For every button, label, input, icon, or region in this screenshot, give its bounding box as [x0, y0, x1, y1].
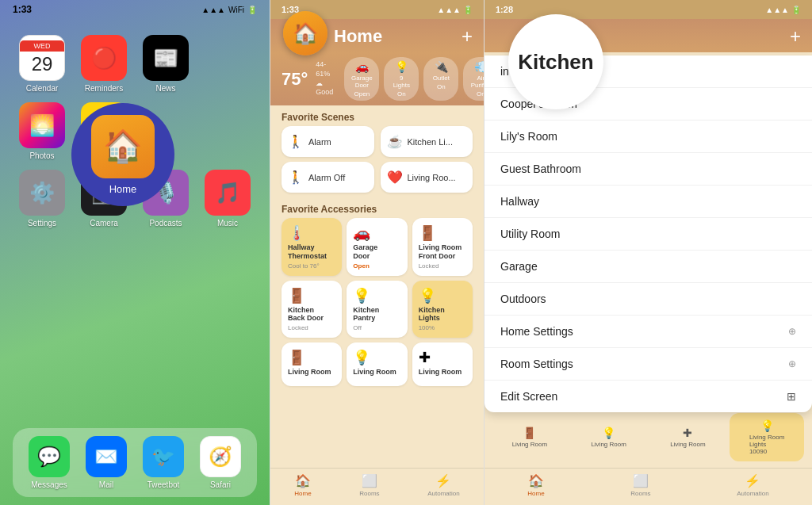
app-news[interactable]: 📰 News [140, 35, 192, 93]
tile-lr2[interactable]: 💡 Living Room [347, 342, 407, 386]
nav-home[interactable]: 🏠 Home [294, 473, 311, 497]
phone3-nav-automation-label: Automation [737, 490, 768, 497]
lilys-room-label: Lily's Room [500, 130, 557, 143]
phone3-status-bar: 1:28 ▲▲▲ 🔋 [485, 0, 812, 19]
phone2-bottom-acc: 🚪 Living Room 💡 Living Room ✚ Living Roo… [270, 338, 484, 391]
acc-chip-garage[interactable]: 🚗 Garage Door Open [344, 57, 379, 101]
bottom-lr2-icon: 💡 [602, 427, 615, 439]
tile-back-door-status: Locked [288, 324, 335, 331]
tile-back-door[interactable]: 🚪 KitchenBack Door Locked [282, 281, 342, 339]
settings-icon: ⚙️ [19, 170, 65, 216]
scene-kitchen-lights-label: Kitchen Li... [408, 137, 453, 147]
home-app-highlight[interactable]: 🏠 Home [71, 103, 174, 206]
acc-chip-outlet[interactable]: 🔌 Outlet On [423, 57, 458, 101]
acc-chip-garage-status: Open [354, 90, 370, 98]
scene-alarm[interactable]: 🚶 Alarm [282, 126, 374, 157]
phone1-status-bar: 1:33 ▲▲▲ WiFi 🔋 [0, 0, 270, 19]
bottom-lr2-label: Living Room [591, 441, 626, 448]
nav-automation[interactable]: ⚡ Automation [427, 473, 459, 497]
kitchen-room-circle[interactable]: Kitchen [508, 14, 603, 109]
news-icon: 📰 [143, 35, 189, 81]
phone3-nav-automation[interactable]: ⚡ Automation [737, 473, 768, 497]
app-settings[interactable]: ⚙️ Settings [16, 170, 68, 228]
scene-living-room-label: Living Roo... [408, 173, 456, 182]
dropdown-home-settings[interactable]: Home Settings ⊕ [485, 316, 812, 348]
bottom-lights-icon: 💡 [760, 419, 774, 432]
bottom-tile-lr2[interactable]: 💡 Living Room [572, 413, 646, 461]
tile-lr3[interactable]: ✚ Living Room [412, 342, 473, 386]
acc-chip-lights[interactable]: 💡 9 Lights On [384, 57, 419, 101]
garage-door-acc-icon: 🚗 [353, 224, 400, 242]
bottom-lr3-icon: ✚ [683, 427, 692, 439]
lr3-icon: ✚ [419, 349, 466, 366]
phone2-home-icon[interactable]: 🏠 [283, 11, 327, 55]
bottom-tile-lr1[interactable]: 🚪 Living Room [492, 413, 567, 461]
phone2-favorite-scenes-label: Favorite Scenes [270, 105, 484, 126]
scene-living-room[interactable]: ❤️ Living Roo... [381, 162, 473, 193]
app-calendar[interactable]: WED 29 Calendar [16, 35, 68, 93]
dock-tweetbot[interactable]: 🐦 Tweetbot [143, 436, 184, 489]
dropdown-edit-screen[interactable]: Edit Screen ⊞ [485, 381, 812, 412]
dropdown-hallway[interactable]: Hallway [485, 186, 812, 218]
phone1-signal-icon: ▲▲▲ [201, 6, 225, 14]
tile-kitchen-lights[interactable]: 💡 KitchenLights 100% [412, 281, 473, 339]
phone3-plus-button[interactable]: + [790, 25, 801, 48]
front-door-icon: 🚪 [419, 224, 466, 242]
phone2-battery: 🔋 [463, 6, 473, 14]
tile-thermostat[interactable]: 🌡️ HallwayThermostat Cool to 76° [282, 218, 342, 276]
tile-front-door[interactable]: 🚪 Living RoomFront Door Locked [412, 218, 473, 276]
utility-room-label: Utility Room [500, 228, 560, 240]
dropdown-room-settings[interactable]: Room Settings ⊕ [485, 348, 812, 381]
app-music[interactable]: 🎵 Music [201, 170, 254, 228]
living-room-scene-icon: ❤️ [387, 170, 403, 185]
dock-messages-label: Messages [31, 480, 67, 489]
air-purifier-icon: 💨 [474, 60, 484, 73]
phone2-bottom-nav: 🏠 Home ⬜ Rooms ⚡ Automation [270, 468, 484, 505]
app-reminders-label: Reminders [85, 84, 123, 93]
tile-garage-door[interactable]: 🚗 GarageDoor Open [347, 218, 407, 276]
tile-pantry[interactable]: 💡 KitchenPantry Off [347, 281, 407, 339]
tile-kitchen-lights-status: 100% [419, 324, 466, 331]
dropdown-lilys-room[interactable]: Lily's Room [485, 121, 812, 153]
phone2-weather-sub: 44-61%☁ Good [316, 60, 333, 98]
tile-thermostat-status: Cool to 76° [288, 262, 335, 270]
acc-chip-outlet-status: On [437, 83, 446, 90]
bottom-tile-lr3[interactable]: ✚ Living Room [651, 413, 726, 461]
tile-back-door-label: KitchenBack Door [288, 306, 335, 323]
app-photos[interactable]: 🌅 Photos [16, 102, 68, 160]
home-house-icon: 🏠 [103, 128, 143, 165]
outdoors-label: Outdoors [500, 293, 546, 305]
acc-chip-air[interactable]: 💨 Air Purifier On [463, 57, 484, 101]
phone3-bottom-nav: 🏠 Home ⬜ Rooms ⚡ Automation [485, 468, 812, 505]
thermostat-icon: 🌡️ [288, 224, 335, 242]
app-reminders[interactable]: 🔴 Reminders [78, 35, 130, 93]
phone2-accessories-grid: 🌡️ HallwayThermostat Cool to 76° 🚗 Garag… [270, 218, 484, 338]
tile-garage-status: Open [353, 262, 400, 270]
tile-garage-label: GarageDoor [353, 243, 400, 261]
phone3-nav-rooms[interactable]: ⬜ Rooms [630, 473, 650, 497]
music-icon: 🎵 [205, 170, 251, 216]
bottom-tile-lights[interactable]: 💡 Living RoomLights10090 [730, 413, 804, 461]
phone3-battery: 🔋 [791, 6, 801, 14]
phone3-nav-home[interactable]: 🏠 Home [527, 473, 544, 497]
tile-thermostat-label: HallwayThermostat [288, 243, 335, 261]
scene-kitchen-lights[interactable]: ☕ Kitchen Li... [381, 126, 473, 157]
nav-rooms[interactable]: ⬜ Rooms [359, 473, 379, 497]
dropdown-garage[interactable]: Garage [485, 251, 812, 283]
dock-tweetbot-label: Tweetbot [147, 480, 180, 489]
phone1-home-screen: 1:33 ▲▲▲ WiFi 🔋 WED 29 Calendar 🔴 Remind… [0, 0, 270, 505]
dock-mail[interactable]: ✉️ Mail [86, 436, 127, 489]
dropdown-utility-room[interactable]: Utility Room [485, 218, 812, 251]
scene-alarm-off[interactable]: 🚶 Alarm Off [282, 162, 374, 193]
dock-messages[interactable]: 💬 Messages [29, 436, 70, 489]
phone2-home-app: 🏠 1:33 ▲▲▲ 🔋 Home + 75° 44-61%☁ Good 🚗 G… [270, 0, 484, 505]
phone2-conditions: 44-61%☁ Good [316, 60, 333, 98]
tile-lr1[interactable]: 🚪 Living Room [282, 342, 342, 386]
phone2-plus-button[interactable]: + [462, 25, 473, 48]
dock-safari[interactable]: 🧭 Safari [200, 436, 241, 489]
garage-label: Garage [500, 260, 538, 273]
dropdown-guest-bathroom[interactable]: Guest Bathroom [485, 153, 812, 186]
tile-front-door-status: Locked [419, 262, 466, 270]
dropdown-outdoors[interactable]: Outdoors [485, 283, 812, 316]
bottom-lr1-label: Living Room [512, 441, 547, 448]
